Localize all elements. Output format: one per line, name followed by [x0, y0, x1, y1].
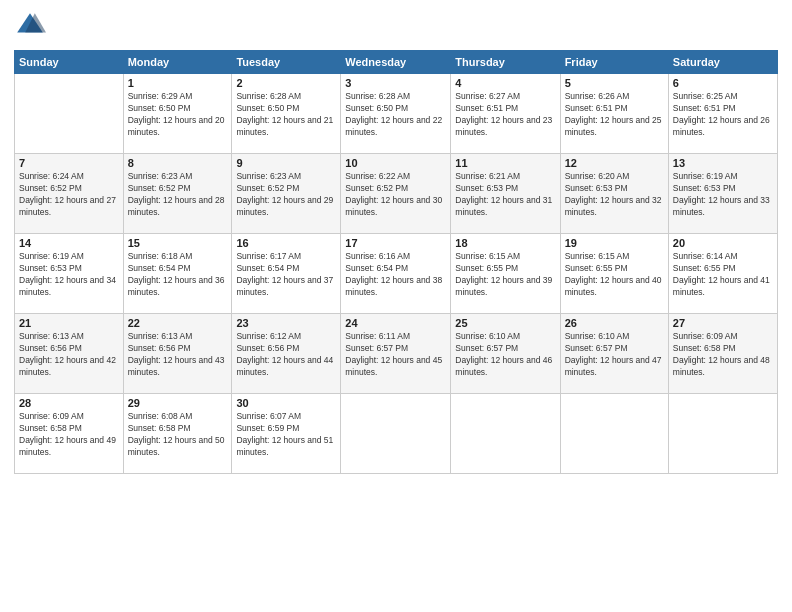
day-number: 24 [345, 317, 446, 329]
day-cell: 26Sunrise: 6:10 AMSunset: 6:57 PMDayligh… [560, 314, 668, 394]
day-info: Sunrise: 6:21 AMSunset: 6:53 PMDaylight:… [455, 171, 555, 219]
day-number: 30 [236, 397, 336, 409]
day-info: Sunrise: 6:13 AMSunset: 6:56 PMDaylight:… [128, 331, 228, 379]
weekday-header-friday: Friday [560, 51, 668, 74]
day-info: Sunrise: 6:10 AMSunset: 6:57 PMDaylight:… [455, 331, 555, 379]
day-cell: 17Sunrise: 6:16 AMSunset: 6:54 PMDayligh… [341, 234, 451, 314]
day-number: 26 [565, 317, 664, 329]
logo [14, 10, 50, 42]
day-cell: 6Sunrise: 6:25 AMSunset: 6:51 PMDaylight… [668, 74, 777, 154]
day-number: 22 [128, 317, 228, 329]
weekday-header-monday: Monday [123, 51, 232, 74]
day-info: Sunrise: 6:23 AMSunset: 6:52 PMDaylight:… [128, 171, 228, 219]
logo-icon [14, 10, 46, 42]
day-number: 4 [455, 77, 555, 89]
day-cell: 1Sunrise: 6:29 AMSunset: 6:50 PMDaylight… [123, 74, 232, 154]
day-number: 2 [236, 77, 336, 89]
day-cell: 23Sunrise: 6:12 AMSunset: 6:56 PMDayligh… [232, 314, 341, 394]
day-cell: 18Sunrise: 6:15 AMSunset: 6:55 PMDayligh… [451, 234, 560, 314]
day-info: Sunrise: 6:19 AMSunset: 6:53 PMDaylight:… [19, 251, 119, 299]
weekday-header-wednesday: Wednesday [341, 51, 451, 74]
day-number: 19 [565, 237, 664, 249]
day-number: 3 [345, 77, 446, 89]
day-cell: 8Sunrise: 6:23 AMSunset: 6:52 PMDaylight… [123, 154, 232, 234]
day-cell: 30Sunrise: 6:07 AMSunset: 6:59 PMDayligh… [232, 394, 341, 474]
day-cell: 22Sunrise: 6:13 AMSunset: 6:56 PMDayligh… [123, 314, 232, 394]
day-cell: 15Sunrise: 6:18 AMSunset: 6:54 PMDayligh… [123, 234, 232, 314]
day-number: 12 [565, 157, 664, 169]
header [14, 10, 778, 42]
day-info: Sunrise: 6:13 AMSunset: 6:56 PMDaylight:… [19, 331, 119, 379]
day-number: 17 [345, 237, 446, 249]
day-info: Sunrise: 6:08 AMSunset: 6:58 PMDaylight:… [128, 411, 228, 459]
day-number: 16 [236, 237, 336, 249]
day-cell: 29Sunrise: 6:08 AMSunset: 6:58 PMDayligh… [123, 394, 232, 474]
day-info: Sunrise: 6:07 AMSunset: 6:59 PMDaylight:… [236, 411, 336, 459]
day-info: Sunrise: 6:27 AMSunset: 6:51 PMDaylight:… [455, 91, 555, 139]
day-cell: 12Sunrise: 6:20 AMSunset: 6:53 PMDayligh… [560, 154, 668, 234]
day-number: 5 [565, 77, 664, 89]
day-cell [341, 394, 451, 474]
day-cell [668, 394, 777, 474]
weekday-header-sunday: Sunday [15, 51, 124, 74]
day-cell: 20Sunrise: 6:14 AMSunset: 6:55 PMDayligh… [668, 234, 777, 314]
day-cell: 27Sunrise: 6:09 AMSunset: 6:58 PMDayligh… [668, 314, 777, 394]
day-info: Sunrise: 6:23 AMSunset: 6:52 PMDaylight:… [236, 171, 336, 219]
day-number: 21 [19, 317, 119, 329]
day-info: Sunrise: 6:20 AMSunset: 6:53 PMDaylight:… [565, 171, 664, 219]
day-number: 18 [455, 237, 555, 249]
day-info: Sunrise: 6:14 AMSunset: 6:55 PMDaylight:… [673, 251, 773, 299]
day-cell: 21Sunrise: 6:13 AMSunset: 6:56 PMDayligh… [15, 314, 124, 394]
day-info: Sunrise: 6:26 AMSunset: 6:51 PMDaylight:… [565, 91, 664, 139]
day-cell: 7Sunrise: 6:24 AMSunset: 6:52 PMDaylight… [15, 154, 124, 234]
day-cell: 25Sunrise: 6:10 AMSunset: 6:57 PMDayligh… [451, 314, 560, 394]
weekday-header-row: SundayMondayTuesdayWednesdayThursdayFrid… [15, 51, 778, 74]
day-cell: 16Sunrise: 6:17 AMSunset: 6:54 PMDayligh… [232, 234, 341, 314]
calendar-body: 1Sunrise: 6:29 AMSunset: 6:50 PMDaylight… [15, 74, 778, 474]
page: SundayMondayTuesdayWednesdayThursdayFrid… [0, 0, 792, 612]
day-info: Sunrise: 6:17 AMSunset: 6:54 PMDaylight:… [236, 251, 336, 299]
day-number: 1 [128, 77, 228, 89]
day-info: Sunrise: 6:15 AMSunset: 6:55 PMDaylight:… [455, 251, 555, 299]
day-info: Sunrise: 6:18 AMSunset: 6:54 PMDaylight:… [128, 251, 228, 299]
day-cell: 14Sunrise: 6:19 AMSunset: 6:53 PMDayligh… [15, 234, 124, 314]
day-info: Sunrise: 6:16 AMSunset: 6:54 PMDaylight:… [345, 251, 446, 299]
day-info: Sunrise: 6:15 AMSunset: 6:55 PMDaylight:… [565, 251, 664, 299]
day-number: 11 [455, 157, 555, 169]
day-cell: 11Sunrise: 6:21 AMSunset: 6:53 PMDayligh… [451, 154, 560, 234]
day-info: Sunrise: 6:09 AMSunset: 6:58 PMDaylight:… [19, 411, 119, 459]
day-info: Sunrise: 6:11 AMSunset: 6:57 PMDaylight:… [345, 331, 446, 379]
day-cell [15, 74, 124, 154]
day-info: Sunrise: 6:24 AMSunset: 6:52 PMDaylight:… [19, 171, 119, 219]
day-cell: 4Sunrise: 6:27 AMSunset: 6:51 PMDaylight… [451, 74, 560, 154]
day-cell: 24Sunrise: 6:11 AMSunset: 6:57 PMDayligh… [341, 314, 451, 394]
day-info: Sunrise: 6:19 AMSunset: 6:53 PMDaylight:… [673, 171, 773, 219]
day-info: Sunrise: 6:25 AMSunset: 6:51 PMDaylight:… [673, 91, 773, 139]
day-number: 13 [673, 157, 773, 169]
week-row-4: 21Sunrise: 6:13 AMSunset: 6:56 PMDayligh… [15, 314, 778, 394]
day-cell: 2Sunrise: 6:28 AMSunset: 6:50 PMDaylight… [232, 74, 341, 154]
day-info: Sunrise: 6:09 AMSunset: 6:58 PMDaylight:… [673, 331, 773, 379]
week-row-3: 14Sunrise: 6:19 AMSunset: 6:53 PMDayligh… [15, 234, 778, 314]
day-info: Sunrise: 6:10 AMSunset: 6:57 PMDaylight:… [565, 331, 664, 379]
day-number: 28 [19, 397, 119, 409]
calendar-table: SundayMondayTuesdayWednesdayThursdayFrid… [14, 50, 778, 474]
day-cell: 10Sunrise: 6:22 AMSunset: 6:52 PMDayligh… [341, 154, 451, 234]
day-cell: 13Sunrise: 6:19 AMSunset: 6:53 PMDayligh… [668, 154, 777, 234]
day-info: Sunrise: 6:12 AMSunset: 6:56 PMDaylight:… [236, 331, 336, 379]
day-number: 10 [345, 157, 446, 169]
day-info: Sunrise: 6:28 AMSunset: 6:50 PMDaylight:… [236, 91, 336, 139]
day-info: Sunrise: 6:22 AMSunset: 6:52 PMDaylight:… [345, 171, 446, 219]
day-cell [451, 394, 560, 474]
day-cell: 28Sunrise: 6:09 AMSunset: 6:58 PMDayligh… [15, 394, 124, 474]
day-number: 8 [128, 157, 228, 169]
day-cell: 5Sunrise: 6:26 AMSunset: 6:51 PMDaylight… [560, 74, 668, 154]
weekday-header-thursday: Thursday [451, 51, 560, 74]
weekday-header-saturday: Saturday [668, 51, 777, 74]
week-row-2: 7Sunrise: 6:24 AMSunset: 6:52 PMDaylight… [15, 154, 778, 234]
day-number: 25 [455, 317, 555, 329]
weekday-header-tuesday: Tuesday [232, 51, 341, 74]
week-row-5: 28Sunrise: 6:09 AMSunset: 6:58 PMDayligh… [15, 394, 778, 474]
day-number: 14 [19, 237, 119, 249]
day-number: 9 [236, 157, 336, 169]
